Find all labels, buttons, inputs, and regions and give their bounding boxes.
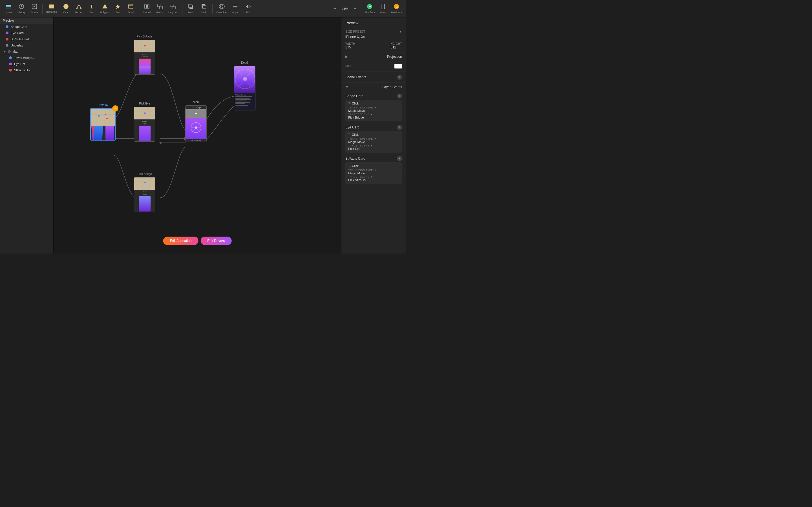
projection-label: Projection [387, 55, 402, 59]
toolbar-scroll[interactable]: Scroll [124, 1, 137, 16]
history-label: History [17, 11, 26, 14]
zoom-in-button[interactable]: + [351, 1, 359, 16]
toolbar-group[interactable]: Group [154, 1, 166, 16]
toolbar-scene[interactable]: Scene [28, 1, 41, 16]
svg-point-38 [105, 114, 107, 115]
toolbar-flip[interactable]: Flip [242, 1, 254, 16]
oval-icon [63, 3, 69, 10]
toolbar-polygon[interactable]: Polygon [99, 1, 111, 16]
detail-scene-node[interactable]: Detail Visit London Eye [234, 61, 255, 110]
stpauls-click-row: ⇅ Click [348, 164, 399, 168]
toolbar-feedback[interactable]: ☺ Feedback [389, 1, 404, 16]
svg-point-41 [144, 45, 146, 47]
edit-drivers-button[interactable]: Edit Drivers [200, 237, 232, 245]
embed-label: Embed [143, 11, 151, 14]
pick-bridge-node[interactable]: Pick Bridge Tower Bridge [134, 172, 155, 212]
sidebar-item-stpauls-dot[interactable]: StPauls Dot [0, 67, 53, 73]
svg-rect-1 [6, 6, 11, 7]
pick-eye-frame[interactable]: London Eye [134, 107, 155, 142]
bridge-target-label: TARGET SCENE ▼ [348, 113, 399, 116]
svg-point-47 [195, 113, 197, 114]
bridge-target-arrow: ▼ [370, 113, 373, 116]
preview-scene-node[interactable]: Preview [90, 103, 116, 140]
toolbar-front[interactable]: Front [185, 1, 197, 16]
preview-node-frame[interactable] [90, 108, 116, 140]
eye-transition-arrow: ▼ [374, 138, 376, 140]
sidebar-item-underlay[interactable]: Underlay [0, 42, 53, 48]
toolbar-left-group: Layers History Scene [2, 1, 41, 16]
layer-events-header[interactable]: ▼ Layer Events [342, 83, 406, 91]
feedback-label: Feedback [391, 11, 402, 14]
toolbar-oval[interactable]: Oval [60, 1, 72, 16]
layers-icon [5, 3, 11, 10]
scene-events-add-button[interactable]: + [397, 75, 402, 80]
zoom-title: London Eye [186, 106, 206, 109]
map-group-header[interactable]: ▼ Map [0, 48, 53, 55]
bridge-transition-value: Magic Move [348, 109, 399, 112]
scene-events-label: Scene Events [345, 75, 366, 79]
toolbar-mirror[interactable]: Mirror [377, 1, 389, 16]
zoom-out-button[interactable]: − [331, 1, 339, 16]
align-icon [232, 3, 238, 10]
zoom-level[interactable]: 21% [339, 1, 350, 16]
polygon-icon [102, 3, 108, 10]
fill-swatch[interactable] [394, 64, 402, 69]
stpauls-arrows-icon: ⇅ [348, 164, 351, 168]
toolbar-rectangle[interactable]: Rectangle [44, 1, 59, 16]
toolbar-star[interactable]: Star [112, 1, 124, 16]
projection-header[interactable]: ▶ Projection [342, 52, 406, 61]
underlay-dot [6, 44, 8, 47]
stpauls-card-event-block: ⇅ Click TRANSITION TYPE ▼ Magic Move TAR… [345, 162, 402, 184]
toolbar-back[interactable]: Back [198, 1, 210, 16]
pick-eye-label: Pick Eye [139, 102, 150, 105]
zoom-percent: 21% [342, 7, 348, 10]
scene-events-row: Scene Events + [345, 73, 402, 81]
bridge-card-event-block: ⇅ Click TRANSITION TYPE ▼ Magic Move TAR… [345, 100, 402, 121]
sidebar-item-eye-card[interactable]: Eye Card [0, 30, 53, 36]
toolbar-embed[interactable]: Embed [141, 1, 153, 16]
bridge-card-add-button[interactable]: + [397, 94, 402, 99]
pick-bridge-frame[interactable]: Tower Bridge [134, 177, 155, 212]
toolbar-history[interactable]: History [15, 1, 28, 16]
bezier-label: Bezier [75, 11, 83, 14]
stpauls-card-add-button[interactable]: + [397, 156, 402, 161]
mirror-label: Mirror [380, 11, 387, 14]
simulator-label: Simulator [364, 11, 375, 14]
toolbar-bezier[interactable]: Bezier [73, 1, 85, 16]
pick-stpauls-frame[interactable]: St Paul's Cathedral [134, 40, 155, 75]
pick-eye-node[interactable]: Pick Eye London Eye [134, 102, 155, 142]
eye-transition-label: TRANSITION TYPE ▼ [348, 137, 399, 140]
pick-stpauls-node[interactable]: Pick StPauls St Paul's Cathedral [134, 35, 155, 75]
toolbar-text[interactable]: T Text [86, 1, 98, 16]
sidebar-item-bridge-card[interactable]: Bridge Card [0, 24, 53, 30]
zoom-out-icon: − [334, 6, 336, 11]
size-preset-value: iPhone X, Xs [345, 34, 402, 40]
svg-rect-13 [129, 4, 133, 9]
eye-card-add-button[interactable]: + [397, 125, 402, 130]
combine-label: Combine [216, 11, 227, 14]
combine-icon [218, 3, 225, 10]
bridge-click-row: ⇅ Click [348, 101, 399, 105]
canvas-area[interactable]: Preview [54, 17, 341, 253]
scene-label: Scene [31, 11, 38, 14]
toolbar-simulator[interactable]: Simulator [363, 1, 377, 16]
detail-frame[interactable]: Visit London Eye [234, 66, 255, 110]
edit-animation-button[interactable]: Edit Animation [163, 237, 199, 245]
projection-expand-icon: ▶ [345, 55, 348, 59]
sidebar-item-stpauls-card[interactable]: StPauls Card [0, 36, 53, 42]
sidebar-item-eye-dot[interactable]: Eye Dot [0, 61, 53, 67]
group-label: Group [156, 11, 163, 14]
separator-1 [42, 4, 43, 14]
scroll-label: Scroll [128, 11, 134, 14]
toolbar-ungroup[interactable]: Ungroup [167, 1, 180, 16]
stpauls-dot-dot [9, 69, 12, 71]
zoom-scene-node[interactable]: Zoom London Eye [185, 101, 207, 142]
toolbar-layers[interactable]: Layers [2, 1, 15, 16]
size-preset-chevron: ▼ [399, 30, 402, 33]
zoom-frame[interactable]: London Eye [185, 105, 207, 142]
toolbar-align[interactable]: Align [229, 1, 241, 16]
sidebar-item-tower-bridge[interactable]: Tower Bridge... [0, 55, 53, 61]
eye-target-label: TARGET SCENE ▼ [348, 144, 399, 147]
width-label: WIDTH [345, 42, 355, 45]
toolbar-combine[interactable]: Combine [215, 1, 229, 16]
